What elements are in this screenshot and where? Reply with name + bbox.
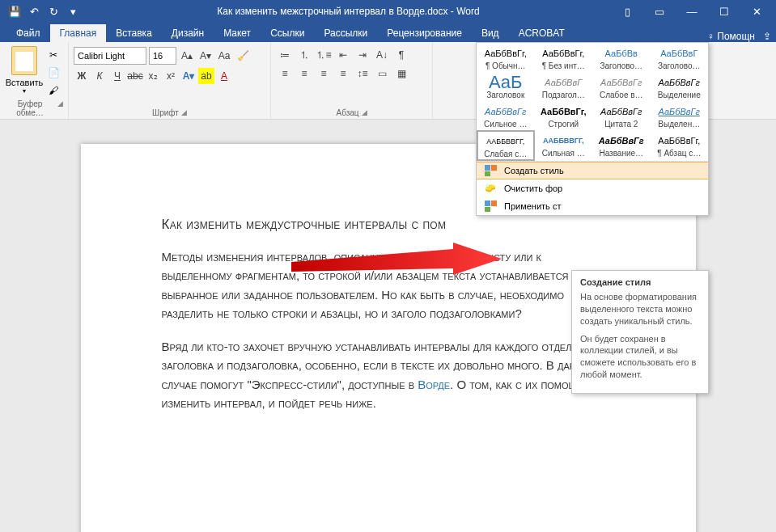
font-color-button[interactable]: A: [216, 68, 232, 84]
align-justify-button[interactable]: ≡: [334, 65, 352, 82]
bullets-button[interactable]: ≔: [276, 47, 294, 63]
style-cell[interactable]: ААББВВГГ,Сильная …: [535, 130, 593, 161]
style-cell[interactable]: АаБбВвГПодзагол…: [535, 72, 593, 101]
font-name-combo[interactable]: [74, 47, 146, 65]
style-cell[interactable]: АаБбВвГЗаголово…: [651, 43, 709, 72]
increase-indent-button[interactable]: ⇥: [354, 47, 371, 63]
italic-button[interactable]: К: [91, 68, 108, 84]
style-cell[interactable]: АаБбВвГгНазвание…: [592, 130, 651, 161]
decrease-indent-button[interactable]: ⇤: [334, 47, 352, 63]
paragraph-group-label: Абзац: [336, 108, 358, 117]
bold-button[interactable]: Ж: [74, 68, 90, 84]
align-center-button[interactable]: ≡: [295, 65, 313, 82]
tell-me-search[interactable]: ♀ Помощн: [707, 31, 755, 42]
copy-icon[interactable]: 📄: [46, 65, 61, 80]
style-cell[interactable]: АаБбВвЗаголово…: [592, 43, 651, 72]
apply-styles-icon: [485, 201, 498, 212]
tab-home[interactable]: Главная: [50, 24, 107, 42]
style-label: ¶ Без инт…: [539, 61, 589, 70]
shrink-font-button[interactable]: A▾: [197, 48, 214, 64]
numbering-button[interactable]: ⒈: [295, 47, 313, 63]
style-preview: АаБбВвГг: [655, 74, 705, 91]
tab-acrobat[interactable]: ACROBAT: [509, 24, 575, 42]
style-cell[interactable]: АаБЗаголовок: [477, 72, 535, 101]
font-size-combo[interactable]: [149, 47, 176, 65]
style-cell[interactable]: АаБбВвГгСильное …: [477, 101, 535, 130]
borders-button[interactable]: ▦: [392, 65, 410, 82]
cut-icon[interactable]: ✂: [46, 48, 61, 62]
account-icon[interactable]: ▯: [617, 6, 637, 18]
underline-button[interactable]: Ч: [109, 68, 125, 84]
multilevel-button[interactable]: ⒈≡: [315, 47, 333, 63]
style-preview: АаБбВвГг: [596, 103, 647, 120]
style-cell[interactable]: АаБбВвГгСлабое в…: [592, 72, 651, 101]
close-icon[interactable]: ✕: [747, 6, 766, 18]
style-cell[interactable]: АаБбВвГг,Строгий: [535, 101, 593, 130]
tab-references[interactable]: Ссылки: [261, 24, 314, 42]
paragraph-launcher-icon[interactable]: ◢: [362, 108, 367, 117]
redo-icon[interactable]: ↻: [47, 5, 60, 18]
create-style-menu-item[interactable]: Создать стиль: [477, 162, 708, 179]
align-left-button[interactable]: ≡: [276, 65, 294, 82]
highlight-button[interactable]: ab: [198, 68, 214, 84]
style-cell[interactable]: АаБбВвГгВыделен…: [651, 101, 709, 130]
ribbon-options-icon[interactable]: ▭: [650, 6, 669, 18]
ribbon-tabs: Файл Главная Вставка Дизайн Макет Ссылки…: [0, 23, 776, 42]
tab-file[interactable]: Файл: [6, 24, 50, 42]
show-marks-button[interactable]: ¶: [392, 47, 410, 63]
style-preview: АаБбВвГг,: [539, 103, 589, 120]
tab-mailings[interactable]: Рассылки: [314, 24, 377, 42]
change-case-button[interactable]: Aa: [216, 48, 232, 64]
subscript-button[interactable]: x₂: [145, 68, 161, 84]
style-preview: АаБбВвГг,: [655, 133, 705, 149]
paste-button[interactable]: Вставить ▾: [5, 44, 44, 99]
style-label: Сильная …: [539, 149, 589, 158]
apply-styles-label: Применить ст: [504, 201, 561, 211]
maximize-icon[interactable]: ☐: [715, 6, 734, 18]
text-effects-button[interactable]: A▾: [180, 68, 197, 84]
style-label: Выделение: [655, 91, 705, 99]
tab-view[interactable]: Вид: [472, 24, 509, 42]
style-label: Подзагол…: [539, 91, 589, 99]
style-preview: АаБбВвГг: [481, 103, 531, 120]
qat-more-icon[interactable]: ▾: [66, 5, 79, 18]
tab-review[interactable]: Рецензирование: [377, 24, 472, 42]
strike-button[interactable]: abc: [127, 68, 143, 84]
tab-layout[interactable]: Макет: [214, 24, 261, 42]
style-label: Заголово…: [655, 61, 705, 70]
minimize-icon[interactable]: —: [682, 6, 702, 18]
style-label: Название…: [596, 149, 647, 158]
apply-styles-menu-item[interactable]: Применить ст: [477, 197, 708, 215]
clear-formatting-button[interactable]: 🧹: [235, 48, 251, 64]
style-cell[interactable]: ААББВВГГ,Слабая с…: [477, 130, 535, 161]
clipboard-launcher-icon[interactable]: ◢: [57, 99, 63, 117]
tab-insert[interactable]: Вставка: [106, 24, 162, 42]
shading-button[interactable]: ▭: [373, 65, 391, 82]
style-cell[interactable]: АаБбВвГг,¶ Абзац с…: [651, 130, 709, 161]
grow-font-button[interactable]: A▴: [179, 48, 195, 64]
styles-gallery-panel: АаБбВвГг,¶ Обычн…АаБбВвГг,¶ Без инт…АаБб…: [476, 42, 709, 216]
window-controls: ▯ ▭ — ☐ ✕: [617, 6, 773, 18]
align-right-button[interactable]: ≡: [315, 65, 333, 82]
format-painter-icon[interactable]: 🖌: [46, 83, 61, 98]
style-preview: АаБбВвГг: [655, 103, 705, 120]
superscript-button[interactable]: x²: [163, 68, 179, 84]
save-icon[interactable]: 💾: [8, 5, 21, 18]
undo-icon[interactable]: ↶: [28, 5, 40, 18]
style-label: Слабая с…: [481, 150, 530, 158]
style-cell[interactable]: АаБбВвГгЦитата 2: [592, 101, 651, 130]
style-cell[interactable]: АаБбВвГг,¶ Без инт…: [535, 43, 593, 72]
clear-formatting-menu-item[interactable]: 🧽 Очистить фор: [477, 179, 708, 197]
svg-marker-0: [291, 243, 502, 275]
sort-button[interactable]: A↓: [373, 47, 391, 63]
tooltip-title: Создание стиля: [580, 277, 700, 291]
share-button[interactable]: ⇪: [763, 31, 771, 42]
style-cell[interactable]: АаБбВвГгВыделение: [651, 72, 709, 101]
font-launcher-icon[interactable]: ◢: [181, 108, 187, 117]
style-preview: АаБбВвГ: [655, 45, 705, 61]
style-label: Заголово…: [596, 61, 647, 70]
style-cell[interactable]: АаБбВвГг,¶ Обычн…: [477, 43, 535, 72]
line-spacing-button[interactable]: ↕≡: [354, 65, 371, 82]
style-preview: АаБбВвГг: [596, 74, 647, 91]
tab-design[interactable]: Дизайн: [162, 24, 214, 42]
